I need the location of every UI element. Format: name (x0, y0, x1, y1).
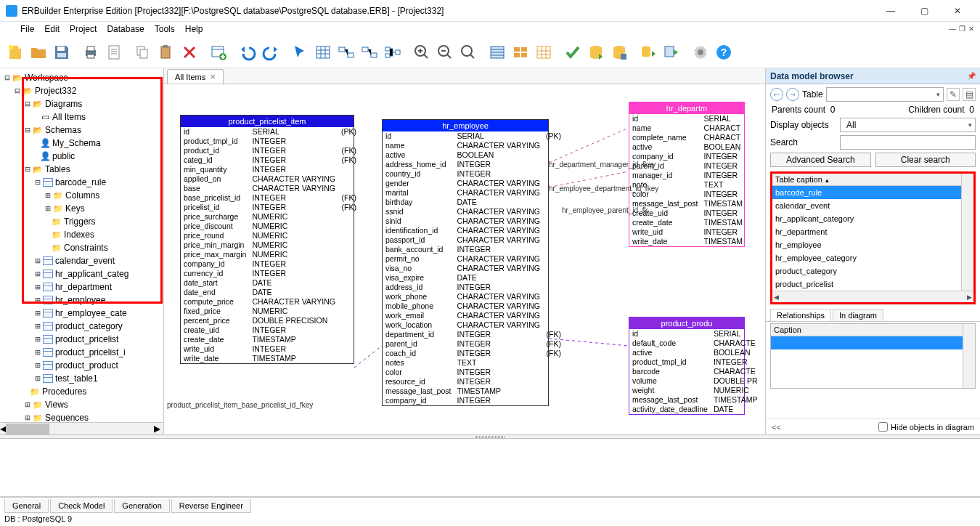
type-combo[interactable] (826, 87, 944, 102)
advanced-search-button[interactable]: Advanced Search (770, 153, 871, 167)
menu-database[interactable]: Database (107, 24, 144, 34)
minimize-button[interactable]: — (874, 0, 907, 22)
tree-workspace[interactable]: Workspace (25, 71, 68, 84)
mdi-close[interactable]: ✕ (968, 25, 974, 33)
nav-forward-button[interactable]: → (786, 88, 799, 101)
tree-columns[interactable]: Columns (65, 189, 99, 202)
goto-button[interactable]: ▤ (963, 88, 976, 101)
tree-table[interactable]: hr_department (55, 280, 112, 294)
table-tool-button[interactable] (312, 41, 334, 63)
tree-table[interactable]: hr_employee (55, 294, 105, 307)
relation-many-button[interactable] (382, 41, 404, 63)
tree-table[interactable]: test_table1 (55, 372, 98, 385)
matrix-view-button[interactable] (533, 41, 555, 63)
grid-item[interactable]: product_pricelist (772, 278, 961, 291)
grid-hscroll[interactable]: ◀▶ (772, 291, 973, 302)
hide-checkbox[interactable] (878, 422, 888, 432)
er-table-pricelist-item[interactable]: product_pricelist_item idSERIAL(PK)produ… (180, 115, 354, 364)
new-button[interactable] (4, 41, 26, 63)
db-sync-button[interactable] (661, 41, 682, 63)
redo-button[interactable] (260, 41, 282, 63)
er-table-product[interactable]: product_produ idSERIALdefault_codeCHARAC… (629, 317, 745, 415)
clear-search-button[interactable]: Clear search (875, 153, 976, 167)
tree-hscroll[interactable]: ◀▶ (0, 422, 163, 434)
tab-relationships[interactable]: Relationships (770, 309, 831, 321)
er-table-department[interactable]: hr_departm idSERIALnameCHARACTcomplete_n… (629, 102, 745, 247)
menu-project[interactable]: Project (70, 24, 97, 34)
display-combo[interactable]: All (840, 118, 976, 132)
db-reverse-button[interactable] (637, 41, 659, 63)
grid-item[interactable]: hr_employee (772, 238, 961, 251)
tree-sequences[interactable]: Sequences (45, 411, 89, 422)
report-button[interactable] (103, 41, 125, 63)
tree-views[interactable]: Views (45, 398, 68, 411)
zoom-in-button[interactable] (411, 41, 433, 63)
grid-header[interactable]: Table caption (772, 174, 961, 186)
copy-button[interactable] (132, 41, 154, 63)
grid-item[interactable]: hr_applicant_category (772, 212, 961, 225)
undo-button[interactable] (237, 41, 258, 63)
tab-reverse-engineer[interactable]: Reverse Engineer (171, 499, 251, 513)
tab-check-model[interactable]: Check Model (50, 499, 113, 513)
tree-table[interactable]: calendar_event (55, 254, 115, 267)
db-generate-button[interactable] (585, 41, 607, 63)
delete-button[interactable] (179, 41, 200, 63)
tree-table[interactable]: hr_employee_cate (55, 307, 127, 320)
tree-schema2[interactable]: public (52, 150, 75, 163)
grid-vscroll[interactable] (961, 174, 973, 291)
tree-table[interactable]: barcode_rule (55, 176, 106, 189)
relation-nonidentifying-button[interactable] (359, 41, 380, 63)
list-view-button[interactable] (486, 41, 508, 63)
grid-view-button[interactable] (510, 41, 531, 63)
relationships-grid[interactable]: Caption (770, 323, 976, 389)
paste-button[interactable] (155, 41, 177, 63)
close-button[interactable]: ✕ (941, 0, 974, 22)
grid-item[interactable]: hr_employee_category (772, 251, 961, 264)
validate-button[interactable] (562, 41, 584, 63)
rel-grid-item[interactable] (771, 336, 963, 349)
maximize-button[interactable]: ▢ (907, 0, 941, 22)
table-grid[interactable]: Table caption barcode_rule calendar_even… (770, 171, 976, 304)
mdi-restore[interactable]: ❐ (959, 25, 965, 33)
tree-all-items[interactable]: All Items (52, 110, 86, 124)
search-input[interactable] (840, 135, 976, 150)
diagram-tab[interactable]: All Items✕ (167, 69, 224, 84)
rel-vscroll[interactable] (963, 324, 975, 388)
zoom-out-button[interactable] (434, 41, 456, 63)
tab-generation[interactable]: Generation (114, 499, 169, 513)
tree-indexes[interactable]: Indexes (64, 228, 94, 241)
mdi-minimize[interactable]: — (949, 25, 956, 33)
add-table-button[interactable] (208, 41, 229, 63)
tree-diagrams[interactable]: Diagrams (45, 97, 82, 110)
tree-constraints[interactable]: Constraints (64, 241, 108, 254)
menu-file[interactable]: File (20, 24, 34, 34)
zoom-fit-button[interactable] (457, 41, 479, 63)
grid-item[interactable]: hr_department (772, 225, 961, 238)
relation-identifying-button[interactable] (335, 41, 357, 63)
tree-table[interactable]: product_pricelist (55, 333, 118, 346)
grid-item[interactable]: product_category (772, 264, 961, 278)
tab-close-icon[interactable]: ✕ (210, 73, 216, 81)
tab-general[interactable]: General (4, 499, 49, 513)
tree-tables[interactable]: Tables (45, 163, 70, 176)
settings-button[interactable] (690, 41, 711, 63)
tree-project[interactable]: Project332 (35, 84, 76, 97)
menu-tools[interactable]: Tools (155, 24, 175, 34)
pointer-button[interactable] (289, 41, 311, 63)
tab-in-diagram[interactable]: In diagram (833, 309, 883, 321)
er-table-employee[interactable]: hr_employee idSERIAL(PK)nameCHARACTER VA… (382, 119, 549, 406)
diagram-canvas[interactable]: product_pricelist_item idSERIAL(PK)produ… (164, 84, 765, 434)
nav-back-button[interactable]: ← (770, 88, 783, 101)
open-button[interactable] (28, 41, 49, 63)
tree[interactable]: ⊟Workspace ⊟Project332 ⊟Diagrams ▭All It… (0, 68, 163, 422)
menu-help[interactable]: Help (185, 24, 203, 34)
tree-keys[interactable]: Keys (65, 202, 85, 215)
tree-table[interactable]: product_category (55, 320, 123, 333)
tree-schema1[interactable]: My_Schema (52, 137, 101, 150)
pin-icon[interactable]: 📌 (967, 72, 976, 80)
rel-grid-header[interactable]: Caption (771, 324, 963, 336)
db-save-button[interactable] (608, 41, 630, 63)
tree-table[interactable]: product_product (55, 359, 118, 372)
nav-back[interactable]: << (772, 423, 781, 432)
save-button[interactable] (51, 41, 73, 63)
